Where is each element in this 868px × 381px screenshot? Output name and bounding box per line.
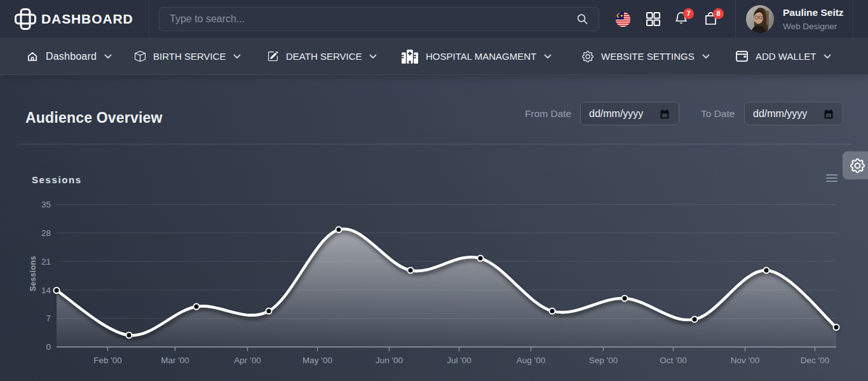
svg-text:Nov '00: Nov '00 — [731, 356, 759, 365]
svg-text:Jun '00: Jun '00 — [376, 356, 403, 365]
svg-text:7: 7 — [46, 314, 51, 323]
svg-text:28: 28 — [41, 228, 51, 238]
svg-text:0: 0 — [46, 342, 51, 352]
svg-text:Sessions: Sessions — [29, 256, 37, 291]
svg-text:14: 14 — [41, 286, 51, 295]
svg-text:May '00: May '00 — [302, 356, 332, 365]
svg-text:Mar '00: Mar '00 — [161, 356, 189, 365]
svg-text:Jul '00: Jul '00 — [447, 356, 471, 365]
svg-text:35: 35 — [41, 200, 51, 209]
svg-text:Dec '00: Dec '00 — [801, 356, 829, 365]
svg-text:Feb '00: Feb '00 — [93, 356, 122, 365]
svg-text:Oct '00: Oct '00 — [660, 356, 686, 365]
svg-text:Sep '00: Sep '00 — [589, 356, 618, 365]
svg-text:Apr '00: Apr '00 — [234, 356, 261, 365]
svg-text:21: 21 — [41, 257, 51, 267]
svg-text:Aug '00: Aug '00 — [517, 356, 545, 365]
